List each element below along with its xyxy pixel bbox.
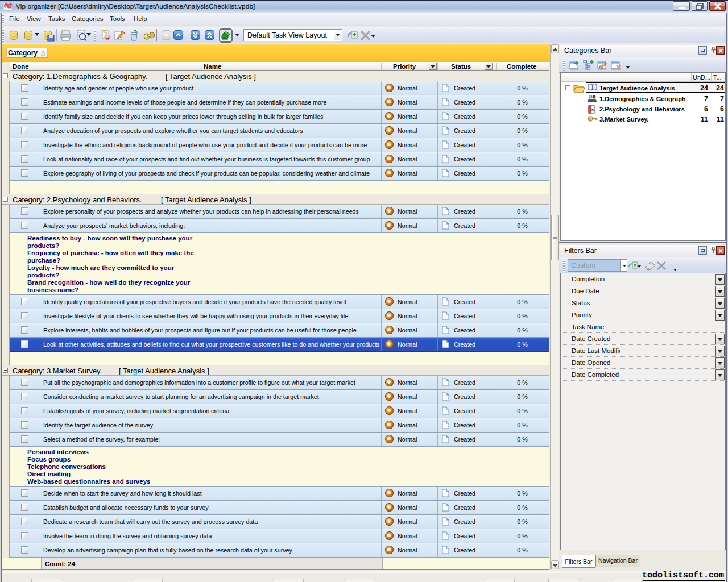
svg-text:5: 5	[592, 108, 594, 112]
